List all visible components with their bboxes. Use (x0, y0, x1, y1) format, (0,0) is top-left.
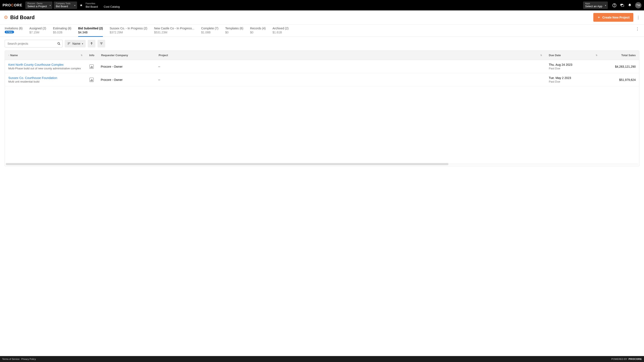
tab-templates[interactable]: Templates (6) $0 (225, 26, 244, 36)
favorite-link-cost-catalog[interactable]: Cost Catalog (104, 5, 120, 8)
col-header-project[interactable]: Project ⇅ (155, 51, 546, 60)
apps-selector[interactable]: Apps Select an App ▾ (583, 1, 608, 9)
row-subtitle: Multi unit residential build (8, 80, 40, 83)
powered-by-logo: PROCORE (628, 358, 642, 360)
favorite-link-bid-board[interactable]: Bid Board (86, 5, 98, 8)
tab-records[interactable]: Records (4) $0 (250, 26, 266, 36)
help-icon[interactable] (612, 3, 617, 8)
tool-selector-label: Company Tools (56, 2, 72, 5)
project-selector-label: Procore - Demo (28, 2, 47, 5)
powered-by-label: POWERED BY (612, 358, 628, 360)
messages-icon[interactable] (620, 3, 624, 8)
table-header: ↑ Name ⇅ Info Requester Company Project … (5, 51, 639, 60)
logo[interactable]: PROCORE (2, 3, 22, 7)
project-selector[interactable]: Procore - Demo Select a Project ▾ (25, 1, 52, 9)
sort-by-button[interactable]: Name ▾ (65, 40, 86, 47)
tool-selector[interactable]: Company Tools Bid Board ▾ (54, 1, 77, 9)
chevron-down-icon: ▾ (50, 4, 51, 6)
tab-complete[interactable]: Complete (7) $1.08B (201, 26, 218, 36)
tab-estimating[interactable]: Estimating (8) $5.02B (53, 26, 71, 36)
row-due-status: Past Due (549, 67, 560, 70)
chevron-down-icon: ▾ (74, 4, 76, 6)
row-requester: Procore - Owner (97, 60, 155, 73)
favorite-star-icon[interactable]: ★ (80, 3, 83, 7)
apps-selector-label: Apps (585, 2, 602, 5)
col-header-requester[interactable]: Requester Company (98, 51, 155, 60)
row-project: -- (155, 73, 546, 86)
gear-icon[interactable]: ⚙ (4, 15, 8, 20)
row-project: -- (155, 60, 546, 73)
terms-link[interactable]: Terms of Service (2, 358, 20, 360)
tool-selector-value: Bid Board (56, 5, 72, 8)
row-due-date: Tue. May 2 2023 (549, 76, 571, 80)
row-name-link[interactable]: Sussex Co. Courthouse Foundation (8, 76, 57, 80)
col-header-name[interactable]: ↑ Name ⇅ (5, 51, 86, 60)
sort-by-label: Name (72, 42, 80, 45)
chart-icon[interactable] (90, 78, 94, 82)
privacy-link[interactable]: Privacy Policy (21, 358, 36, 360)
sort-icon: ⇅ (81, 54, 82, 56)
table-row: Sussex Co. Courthouse Foundation Multi u… (5, 73, 639, 86)
user-avatar[interactable]: TW (635, 2, 642, 8)
page-actions-menu[interactable]: ⋮ (636, 15, 640, 20)
row-requester: Procore - Owner (97, 73, 155, 86)
favorites-heading: Favorites (86, 2, 120, 5)
horizontal-scrollbar[interactable] (6, 163, 638, 165)
apps-selector-value: Select an App (585, 5, 602, 8)
footer: Terms of Service Privacy Policy POWERED … (0, 356, 644, 362)
create-new-project-button[interactable]: ＋ Create New Project (593, 13, 633, 22)
tab-archived[interactable]: Archived (2) $1.61B (272, 26, 288, 36)
tab-invitations[interactable]: Invitations (6) 6 New (5, 26, 22, 35)
svg-line-5 (59, 44, 60, 45)
topbar: PROCORE Procore - Demo Select a Project … (0, 0, 644, 10)
titlebar: ⚙ Bid Board ＋ Create New Project ⋮ (0, 10, 644, 24)
tab-bid-submitted[interactable]: Bid Submitted (2) $4.34B (78, 26, 103, 37)
chart-icon[interactable] (90, 64, 94, 69)
plus-icon: ＋ (597, 15, 600, 19)
favorites-block: Favorites Bid Board Cost Catalog (86, 2, 120, 8)
row-due-date: Thu. Aug 24 2023 (549, 63, 572, 66)
sort-icon: ⇅ (540, 54, 542, 56)
tab-new-castle-co[interactable]: New Castle Co - In Progress... $531.23M (154, 26, 194, 36)
col-header-due[interactable]: Due Date ⇅ (546, 51, 601, 60)
row-due-status: Past Due (549, 80, 560, 83)
row-subtitle: Multi-Phase build out of new county admi… (8, 67, 81, 70)
sort-direction-button[interactable] (88, 40, 96, 47)
tabstrip: Invitations (6) 6 New Assigned (2) $7.15… (0, 24, 644, 37)
col-header-info[interactable]: Info (86, 51, 98, 60)
sort-icon: ⇅ (596, 54, 597, 56)
chevron-down-icon: ▾ (82, 42, 83, 45)
project-selector-value: Select a Project (28, 5, 47, 8)
search-input[interactable] (5, 40, 62, 47)
search-icon[interactable] (57, 42, 60, 45)
tab-assigned[interactable]: Assigned (2) $7.15M (30, 26, 46, 36)
page-title: Bid Board (10, 14, 35, 20)
table-body: Kent North County Courthouse Complex Mul… (5, 60, 639, 163)
table-row: Kent North County Courthouse Complex Mul… (5, 60, 639, 73)
create-new-project-label: Create New Project (602, 16, 630, 19)
tab-sussex-co[interactable]: Sussex Co. - In Progress (2) $372.29M (110, 26, 147, 36)
tabs-overflow-menu[interactable]: ⋮ (636, 26, 639, 33)
row-name-link[interactable]: Kent North County Courthouse Complex (8, 63, 64, 66)
search-wrapper (5, 40, 62, 47)
row-total: $51,979,624 (601, 73, 639, 86)
chevron-down-icon: ▾ (605, 4, 606, 6)
table-toolbar: Name ▾ (0, 37, 644, 50)
bell-icon[interactable] (628, 3, 632, 8)
filter-button[interactable] (98, 40, 105, 47)
svg-point-4 (58, 42, 60, 44)
row-total: $4,283,121,290 (601, 60, 639, 73)
svg-rect-3 (622, 5, 624, 6)
col-header-total[interactable]: Total Sales (601, 51, 639, 60)
sort-asc-icon: ↑ (8, 54, 9, 56)
new-badge: 6 New (5, 31, 14, 33)
bids-table: ↑ Name ⇅ Info Requester Company Project … (5, 50, 639, 166)
